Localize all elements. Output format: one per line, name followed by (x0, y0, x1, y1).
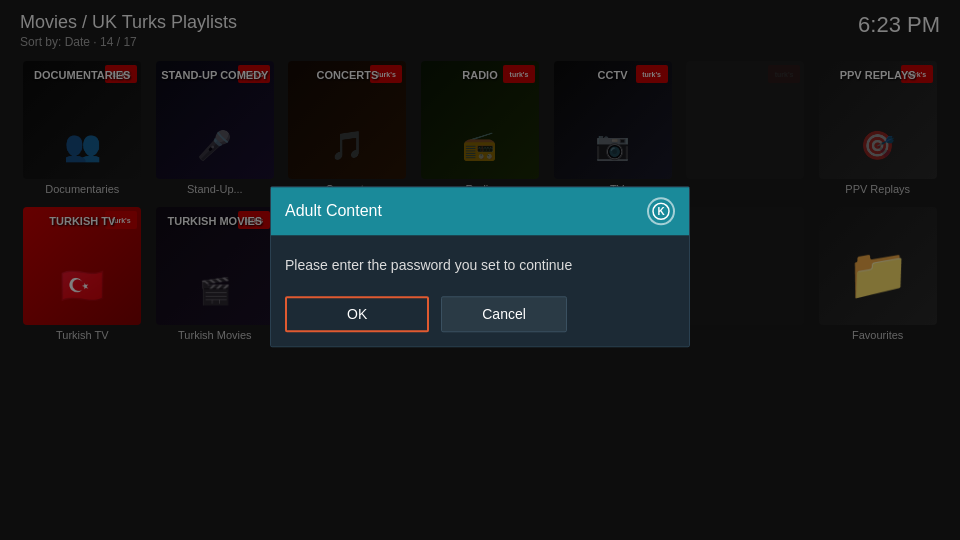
dialog-header: Adult Content K (271, 187, 689, 235)
ok-button[interactable]: OK (285, 296, 429, 332)
dialog-close-button[interactable]: K (647, 197, 675, 225)
svg-text:K: K (657, 206, 665, 217)
dialog-message: Please enter the password you set to con… (285, 255, 675, 276)
adult-content-dialog: Adult Content K Please enter the passwor… (270, 186, 690, 347)
dialog-title: Adult Content (285, 202, 382, 220)
dialog-body: Please enter the password you set to con… (271, 235, 689, 346)
cancel-button[interactable]: Cancel (441, 296, 567, 332)
dialog-buttons: OK Cancel (285, 296, 675, 332)
kodi-logo-icon: K (652, 202, 670, 220)
